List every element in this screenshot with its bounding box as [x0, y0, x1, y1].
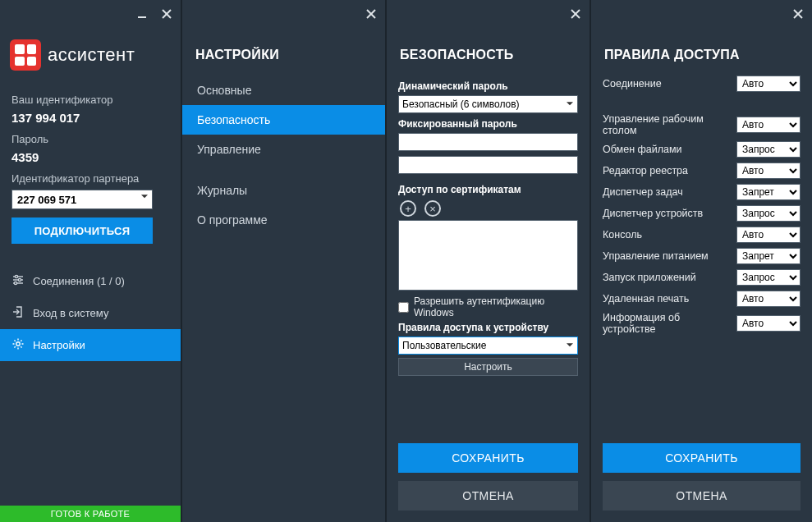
rule-row: Запуск приложений АвтоЗапросЗапрет: [603, 269, 801, 286]
gear-icon: [11, 337, 25, 353]
certificates-label: Доступ по сертификатам: [398, 184, 578, 195]
rule-label: Обмен файлами: [603, 144, 732, 155]
settings-list: Основные Безопасность Управление Журналы…: [182, 76, 385, 235]
settings-item-about[interactable]: О программе: [182, 205, 385, 235]
close-icon[interactable]: [362, 5, 380, 23]
windows-auth-checkbox[interactable]: [398, 302, 409, 313]
rule-row: Обмен файлами АвтоЗапросЗапрет: [603, 141, 801, 158]
close-icon[interactable]: [567, 5, 585, 23]
connect-button[interactable]: ПОДКЛЮЧИТЬСЯ: [11, 218, 153, 244]
remove-certificate-icon[interactable]: ×: [424, 200, 441, 217]
fixed-password-input-2[interactable]: [398, 156, 578, 174]
settings-titlebar: [182, 0, 385, 28]
rule-select[interactable]: АвтоЗапросЗапрет: [736, 248, 801, 264]
minimize-icon[interactable]: [133, 5, 151, 23]
settings-panel: НАСТРОЙКИ Основные Безопасность Управлен…: [181, 0, 385, 522]
security-actions: СОХРАНИТЬ ОТМЕНА: [387, 443, 590, 522]
rule-label: Консоль: [603, 229, 732, 240]
dynamic-password-label: Динамический пароль: [398, 80, 578, 92]
svg-point-6: [18, 278, 21, 281]
your-id-label: Ваш идентификатор: [11, 94, 169, 106]
sliders-icon: [11, 273, 25, 289]
password-value: 4359: [11, 150, 169, 164]
certificate-buttons: + ×: [400, 200, 578, 217]
main-info: Ваш идентификатор 137 994 017 Пароль 435…: [0, 79, 181, 250]
rule-row: Управление питанием АвтоЗапросЗапрет: [603, 248, 801, 264]
rule-select[interactable]: АвтоЗапросЗапрет: [736, 184, 801, 200]
svg-point-8: [14, 282, 16, 284]
rule-select[interactable]: АвтоЗапросЗапрет: [736, 163, 801, 179]
security-panel: БЕЗОПАСНОСТЬ Динамический пароль Безопас…: [385, 0, 590, 522]
rules-title: ПРАВИЛА ДОСТУПА: [591, 28, 812, 76]
settings-item-security[interactable]: Безопасность: [182, 105, 385, 135]
main-titlebar: [0, 0, 181, 28]
rule-label: Управление рабочим столом: [603, 113, 732, 136]
menu-item-settings[interactable]: Настройки: [0, 329, 181, 361]
app-logo-row: ассистент: [0, 28, 181, 79]
settings-item-general[interactable]: Основные: [182, 76, 385, 105]
close-icon[interactable]: [158, 5, 176, 23]
menu-item-label: Настройки: [33, 339, 85, 351]
windows-auth-row[interactable]: Разрешить аутентификацию Windows: [398, 295, 578, 318]
rules-titlebar: [591, 0, 812, 28]
status-text: ГОТОВ К РАБОТЕ: [51, 509, 130, 519]
security-form: Динамический пароль Безопасный (6 символ…: [387, 76, 590, 443]
close-icon[interactable]: [789, 5, 807, 23]
rule-label: Редактор реестра: [603, 165, 732, 176]
rule-row: Редактор реестра АвтоЗапросЗапрет: [603, 163, 801, 179]
partner-id-input[interactable]: [11, 190, 153, 209]
rule-select[interactable]: АвтоЗапросЗапрет: [736, 291, 801, 307]
svg-point-9: [16, 342, 20, 346]
partner-id-label: Идентификатор партнера: [11, 172, 169, 185]
rule-label: Информация об устройстве: [603, 312, 732, 335]
rule-label: Соединение: [603, 78, 732, 89]
rules-panel: ПРАВИЛА ДОСТУПА Соединение АвтоЗапросЗап…: [590, 0, 812, 522]
menu-item-label: Вход в систему: [33, 307, 108, 319]
rule-select[interactable]: АвтоЗапросЗапрет: [736, 117, 801, 133]
rule-select[interactable]: АвтоЗапросЗапрет: [736, 315, 801, 332]
save-button[interactable]: СОХРАНИТЬ: [398, 443, 578, 473]
fixed-password-input-1[interactable]: [398, 133, 578, 151]
rule-select[interactable]: АвтоЗапросЗапрет: [736, 141, 801, 158]
settings-title: НАСТРОЙКИ: [182, 28, 385, 76]
app-logo-icon: [10, 39, 41, 71]
app-name: ассистент: [48, 44, 135, 66]
rules-actions: СОХРАНИТЬ ОТМЕНА: [591, 443, 812, 522]
rules-list: Соединение АвтоЗапросЗапрет Управление р…: [591, 76, 812, 443]
add-certificate-icon[interactable]: +: [400, 200, 416, 217]
configure-button[interactable]: Настроить: [398, 358, 578, 376]
rule-select[interactable]: АвтоЗапросЗапрет: [736, 76, 801, 92]
svg-point-4: [15, 275, 17, 277]
fixed-password-label: Фиксированный пароль: [398, 118, 578, 130]
cancel-button[interactable]: ОТМЕНА: [398, 481, 578, 511]
rule-row: Удаленная печать АвтоЗапросЗапрет: [603, 291, 801, 307]
rule-row: Управление рабочим столом АвтоЗапросЗапр…: [603, 113, 801, 136]
dynamic-password-select[interactable]: Безопасный (6 символов): [398, 95, 578, 113]
rule-label: Удаленная печать: [603, 293, 732, 304]
rule-select[interactable]: АвтоЗапросЗапрет: [736, 227, 801, 243]
rule-label: Диспетчер задач: [603, 186, 732, 198]
cancel-button[interactable]: ОТМЕНА: [603, 481, 801, 511]
menu-item-connections[interactable]: Соединения (1 / 0): [0, 265, 181, 297]
device-rules-label: Правила доступа к устройству: [398, 322, 578, 333]
rule-row: Консоль АвтоЗапросЗапрет: [603, 227, 801, 243]
device-rules-select[interactable]: Пользовательские: [398, 337, 578, 355]
security-title: БЕЗОПАСНОСТЬ: [387, 28, 590, 76]
rule-label: Запуск приложений: [603, 272, 732, 283]
rule-select[interactable]: АвтоЗапросЗапрет: [736, 269, 801, 286]
save-button[interactable]: СОХРАНИТЬ: [603, 443, 801, 473]
settings-item-control[interactable]: Управление: [182, 135, 385, 164]
login-icon: [11, 305, 25, 321]
rule-row: Диспетчер задач АвтоЗапросЗапрет: [603, 184, 801, 200]
rule-select[interactable]: АвтоЗапросЗапрет: [736, 205, 801, 222]
windows-auth-label: Разрешить аутентификацию Windows: [414, 295, 578, 318]
rule-row: Информация об устройстве АвтоЗапросЗапре…: [603, 312, 801, 335]
rule-row: Соединение АвтоЗапросЗапрет: [603, 76, 801, 92]
your-id-value: 137 994 017: [11, 111, 169, 125]
certificate-list[interactable]: [398, 220, 578, 291]
menu-item-login[interactable]: Вход в систему: [0, 297, 181, 329]
side-menu: Соединения (1 / 0) Вход в систему Настро…: [0, 265, 181, 361]
rule-label: Диспетчер устройств: [603, 208, 732, 219]
settings-item-logs[interactable]: Журналы: [182, 176, 385, 205]
security-titlebar: [387, 0, 590, 28]
